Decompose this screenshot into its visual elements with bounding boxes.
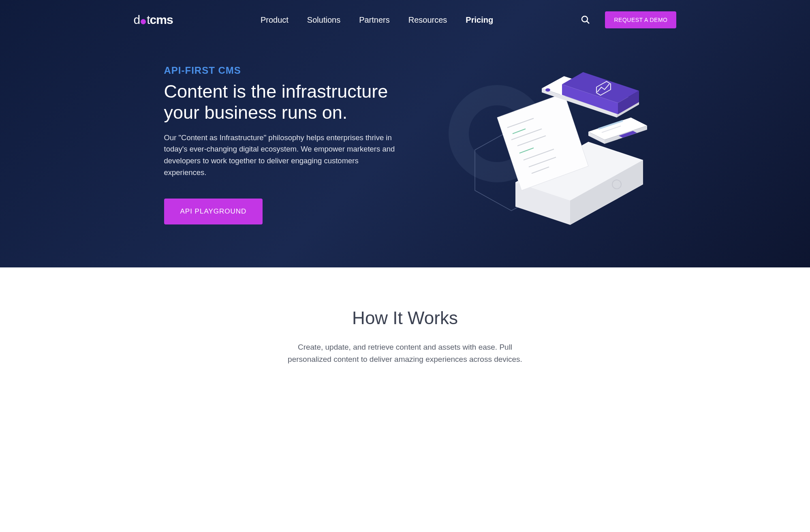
nav-item-pricing[interactable]: Pricing xyxy=(466,15,493,25)
logo[interactable]: d t cms xyxy=(134,13,173,27)
nav-item-solutions[interactable]: Solutions xyxy=(307,15,340,25)
request-demo-button[interactable]: REQUEST A DEMO xyxy=(605,11,676,28)
svg-point-12 xyxy=(545,88,550,92)
hero-illustration xyxy=(419,65,665,235)
nav-item-resources[interactable]: Resources xyxy=(408,15,447,25)
nav-item-partners[interactable]: Partners xyxy=(359,15,390,25)
hero-title: Content is the infrastructure your busin… xyxy=(164,81,403,123)
hero-description: Our "Content as Infrastructure" philosop… xyxy=(164,132,403,179)
nav-bar: d t cms Product Solutions Partners Resou… xyxy=(122,0,689,40)
section-title: How It Works xyxy=(12,308,798,328)
svg-line-1 xyxy=(587,21,589,24)
nav-item-product[interactable]: Product xyxy=(261,15,289,25)
search-icon[interactable] xyxy=(581,15,590,25)
logo-cms: cms xyxy=(150,13,173,27)
hero-text: API-FIRST CMS Content is the infrastruct… xyxy=(164,65,403,224)
logo-t: t xyxy=(147,13,150,27)
hero-eyebrow: API-FIRST CMS xyxy=(164,65,403,76)
logo-d: d xyxy=(134,13,140,27)
nav-menu: Product Solutions Partners Resources Pri… xyxy=(261,15,493,25)
nav-right: REQUEST A DEMO xyxy=(581,11,676,28)
section-description: Create, update, and retrieve content and… xyxy=(286,341,525,366)
api-playground-button[interactable]: API PLAYGROUND xyxy=(164,199,263,224)
hero-section: d t cms Product Solutions Partners Resou… xyxy=(0,0,810,267)
svg-point-0 xyxy=(582,16,588,22)
hero-content: API-FIRST CMS Content is the infrastruct… xyxy=(134,40,677,267)
isometric-device-icon xyxy=(428,65,655,235)
how-it-works-section: How It Works Create, update, and retriev… xyxy=(0,267,810,390)
logo-dot-icon xyxy=(141,19,146,24)
